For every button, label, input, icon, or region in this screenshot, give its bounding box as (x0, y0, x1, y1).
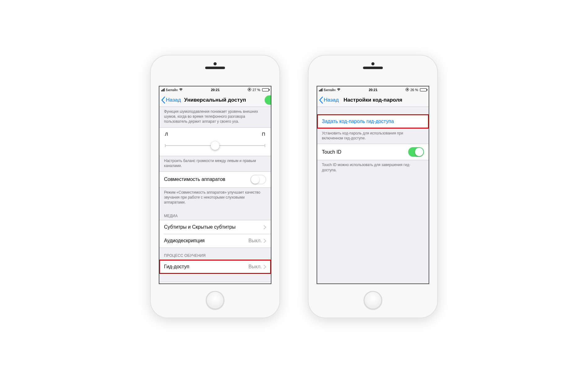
chevron-right-icon (264, 225, 266, 229)
battery-percent: 27 % (253, 88, 260, 92)
audiodescription-label: Аудиодескрипция (164, 238, 205, 244)
chevron-left-icon (319, 97, 323, 103)
chevron-left-icon (161, 97, 165, 103)
balance-description: Настроить баланс громкости между левым и… (159, 156, 271, 171)
carrier-name: Билайн (166, 88, 178, 92)
phone-left: Билайн 20:21 27 % Назад Универсальный до… (150, 55, 280, 318)
nav-bar: Назад Настройки код-пароля (317, 93, 429, 107)
set-passcode-description: Установить код-пароль для использования … (317, 129, 429, 144)
hearing-compat-cell[interactable]: Совместимость аппаратов (159, 172, 271, 187)
partial-toggle (265, 95, 271, 105)
wifi-icon (179, 88, 183, 92)
back-button[interactable]: Назад (161, 93, 181, 107)
svg-rect-1 (249, 89, 250, 90)
touchid-cell[interactable]: Touch ID (317, 144, 429, 160)
audiodescription-value: Выкл. (249, 238, 262, 244)
balance-slider[interactable] (165, 141, 265, 150)
nav-bar: Назад Универсальный доступ (159, 93, 271, 107)
earpiece-speaker (363, 67, 383, 69)
signal-icon (161, 88, 165, 91)
shortcuts-cell[interactable]: Быстрые команды Выкл. (159, 282, 271, 284)
screen-left: Билайн 20:21 27 % Назад Универсальный до… (159, 86, 271, 284)
home-button[interactable] (364, 291, 382, 309)
section-header-media: МЕДИА (159, 208, 271, 220)
guided-access-label: Гид-доступ (164, 264, 189, 270)
status-time: 20:21 (211, 88, 219, 92)
subtitles-label: Субтитры и Скрытые субтитры (164, 224, 236, 230)
audiodescription-cell[interactable]: Аудиодескрипция Выкл. (159, 234, 271, 248)
page-title: Настройки код-пароля (344, 97, 402, 103)
status-time: 20:21 (369, 88, 377, 92)
orientation-lock-icon (405, 88, 409, 92)
sensor-bar (205, 67, 225, 69)
subtitles-cell[interactable]: Субтитры и Скрытые субтитры (159, 220, 271, 234)
back-label: Назад (324, 97, 339, 103)
set-passcode-label: Задать код-пароль гид-доступа (322, 119, 394, 124)
status-bar: Билайн 20:21 27 % (159, 86, 271, 93)
content-scroll[interactable]: Функция шумоподавления понижает уровень … (159, 107, 271, 283)
back-button[interactable]: Назад (319, 93, 339, 107)
touchid-label: Touch ID (322, 149, 341, 155)
status-bar: Билайн 20:21 26 % (317, 86, 429, 93)
signal-icon (319, 88, 322, 91)
carrier-name: Билайн (324, 88, 335, 92)
chevron-right-icon (264, 265, 266, 269)
phone-right: Билайн 20:21 26 % Назад Настройки код-па… (308, 55, 438, 318)
touchid-description: Touch ID можно использовать для завершен… (317, 160, 429, 175)
slider-thumb[interactable] (211, 141, 219, 150)
balance-left-label: Л (165, 131, 168, 137)
earpiece-speaker (205, 67, 225, 69)
battery-percent: 26 % (410, 88, 418, 92)
set-passcode-cell[interactable]: Задать код-пароль гид-доступа (317, 115, 429, 128)
touchid-switch[interactable] (408, 147, 424, 157)
section-header-learning: ПРОЦЕСС ОБУЧЕНИЯ (159, 248, 271, 260)
back-label: Назад (166, 97, 181, 103)
guided-access-value: Выкл. (249, 264, 262, 270)
wifi-icon (337, 88, 341, 92)
home-button[interactable] (206, 291, 224, 309)
battery-icon (420, 88, 427, 91)
hearing-compat-label: Совместимость аппаратов (164, 177, 225, 182)
sensor-bar (363, 67, 383, 69)
noise-cancel-description: Функция шумоподавления понижает уровень … (159, 107, 271, 127)
battery-icon (262, 88, 269, 91)
hearing-compat-description: Режим «Совместимость аппаратов» улучшает… (159, 188, 271, 208)
front-camera-dot (371, 62, 374, 65)
hearing-compat-switch[interactable] (250, 175, 266, 184)
content-scroll[interactable]: Задать код-пароль гид-доступа Установить… (317, 107, 429, 283)
front-camera-dot (214, 62, 217, 65)
chevron-right-icon (264, 239, 266, 243)
screen-right: Билайн 20:21 26 % Назад Настройки код-па… (317, 86, 429, 284)
guided-access-cell[interactable]: Гид-доступ Выкл. (159, 260, 271, 274)
orientation-lock-icon (248, 88, 251, 92)
page-title: Универсальный доступ (184, 97, 246, 103)
audio-balance-cell: Л П (159, 127, 271, 156)
balance-right-label: П (262, 131, 265, 137)
svg-rect-3 (407, 89, 408, 90)
